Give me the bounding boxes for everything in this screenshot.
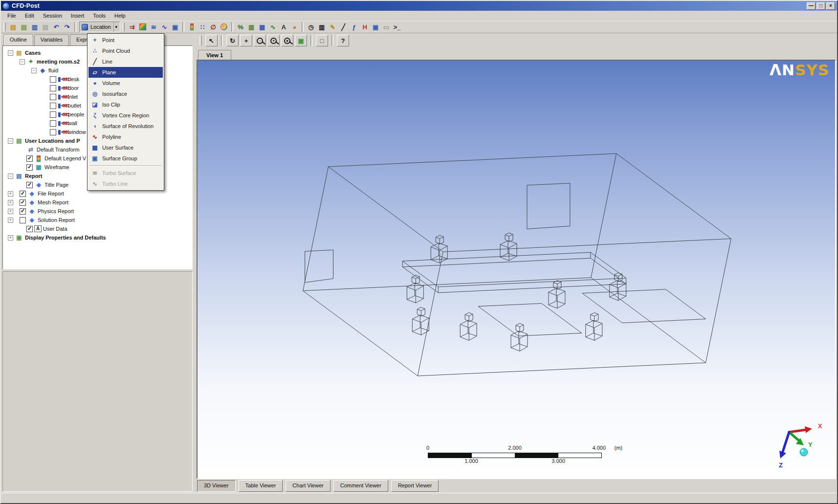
menu-help[interactable]: Help bbox=[110, 11, 130, 20]
visibility-checkbox[interactable] bbox=[20, 199, 26, 206]
rotate-button[interactable]: ↻ bbox=[226, 35, 239, 46]
chevron-down-icon[interactable]: ▾ bbox=[113, 22, 119, 32]
visibility-checkbox[interactable] bbox=[50, 129, 56, 135]
comment-button[interactable]: H bbox=[359, 22, 370, 32]
menu-session[interactable]: Session bbox=[39, 11, 66, 20]
print-button[interactable]: ▤ bbox=[40, 22, 51, 32]
expander-icon[interactable]: − bbox=[8, 50, 13, 56]
tab-table-viewer[interactable]: Table Viewer bbox=[239, 480, 283, 492]
legend-button[interactable] bbox=[186, 22, 197, 32]
expander-icon[interactable]: + bbox=[8, 218, 13, 223]
location-dropdown-button[interactable]: Location ▾ bbox=[79, 22, 120, 32]
undo-button[interactable]: ↶ bbox=[51, 22, 62, 32]
probe-help-button[interactable]: ? bbox=[337, 35, 349, 46]
menu-file[interactable]: File bbox=[3, 11, 21, 20]
animation-button[interactable]: ▥ bbox=[316, 22, 327, 32]
expander-icon[interactable] bbox=[43, 77, 48, 82]
3d-viewport[interactable]: ΛNSYS 0 2.000 4.000 (m) 1.000 3.000 bbox=[197, 60, 836, 479]
volume-rendering-button[interactable]: ▣ bbox=[170, 22, 180, 32]
visibility-checkbox[interactable] bbox=[26, 182, 33, 188]
expander-icon[interactable]: + bbox=[8, 200, 13, 205]
pan-button[interactable]: + bbox=[240, 35, 252, 46]
visibility-checkbox[interactable] bbox=[50, 120, 56, 127]
macro-button[interactable]: ▣ bbox=[370, 22, 381, 32]
visibility-checkbox[interactable] bbox=[26, 226, 33, 232]
toolbar-grip[interactable] bbox=[199, 36, 202, 45]
toolbar-grip[interactable] bbox=[122, 22, 125, 31]
expander-icon[interactable] bbox=[20, 165, 25, 170]
tab-3d-viewer[interactable]: 3D Viewer bbox=[197, 480, 236, 492]
maximize-button[interactable]: □ bbox=[816, 2, 825, 10]
expander-icon[interactable]: − bbox=[8, 138, 13, 144]
zoom-box-button[interactable]: ▫ bbox=[254, 35, 266, 46]
calculator-button[interactable]: ▦ bbox=[246, 22, 257, 32]
item-physics-report[interactable]: + ◈ Physics Report bbox=[4, 207, 192, 216]
fit-view-button[interactable]: ▣ bbox=[295, 35, 307, 46]
select-button[interactable]: ↖ bbox=[205, 35, 218, 46]
zoom-fit-button[interactable]: ● bbox=[281, 35, 293, 46]
save-picture-button[interactable]: ▥ bbox=[29, 22, 40, 32]
item-isosurface[interactable]: ◎ Isosurface bbox=[88, 88, 163, 99]
expander-icon[interactable] bbox=[43, 94, 48, 100]
vector-button[interactable]: ⇉ bbox=[127, 22, 137, 32]
particle-track-button[interactable]: ∿ bbox=[159, 22, 170, 32]
expander-icon[interactable] bbox=[20, 226, 25, 232]
visibility-checkbox[interactable] bbox=[50, 111, 56, 118]
visibility-checkbox[interactable] bbox=[50, 94, 56, 100]
point-cloud-toolbar-button[interactable]: ∷ bbox=[197, 22, 208, 32]
clip-plane-button[interactable]: ∅ bbox=[208, 22, 219, 32]
contour-button[interactable] bbox=[137, 22, 148, 32]
visibility-checkbox[interactable] bbox=[20, 191, 26, 197]
item-plane[interactable]: ▱ Plane bbox=[88, 67, 163, 78]
item-volume[interactable]: ● Volume bbox=[88, 78, 163, 88]
item-turbo-surface[interactable]: ≋ Turbo Surface bbox=[88, 168, 163, 178]
visibility-checkbox[interactable] bbox=[26, 155, 33, 162]
minimize-button[interactable]: — bbox=[807, 2, 816, 10]
expander-icon[interactable] bbox=[20, 182, 25, 188]
expander-icon[interactable] bbox=[43, 121, 48, 126]
close-button[interactable]: × bbox=[826, 2, 835, 10]
item-display-properties-and-defaults[interactable]: + ▣ Display Properties and Defaults bbox=[4, 233, 192, 242]
visibility-checkbox[interactable] bbox=[20, 208, 26, 215]
menu-edit[interactable]: Edit bbox=[21, 11, 39, 20]
expander-icon[interactable]: + bbox=[8, 209, 13, 214]
tab-comment-viewer[interactable]: Comment Viewer bbox=[333, 480, 388, 492]
save-state-button[interactable]: ▤ bbox=[19, 22, 29, 32]
colour-sphere-button[interactable] bbox=[219, 22, 229, 32]
text-label-button[interactable]: A bbox=[278, 22, 289, 32]
item-surface-of-revolution[interactable]: ◖ Surface of Revolution bbox=[88, 121, 163, 131]
expander-icon[interactable]: − bbox=[31, 68, 37, 73]
visibility-checkbox[interactable] bbox=[50, 85, 56, 91]
menu-tools[interactable]: Tools bbox=[88, 11, 110, 20]
menu-insert[interactable]: Insert bbox=[66, 11, 89, 20]
function-calculator-button[interactable]: ƒ bbox=[349, 22, 359, 32]
visibility-checkbox[interactable] bbox=[50, 103, 56, 109]
axis-triad[interactable]: X Y Z bbox=[757, 414, 836, 477]
visibility-checkbox[interactable] bbox=[50, 76, 56, 83]
item-line[interactable]: ╱ Line bbox=[88, 56, 163, 67]
load-results-button[interactable]: ▤ bbox=[8, 22, 19, 32]
visibility-checkbox[interactable] bbox=[26, 164, 33, 171]
tab-outline[interactable]: Outline bbox=[3, 34, 33, 45]
expression-button[interactable]: % bbox=[235, 22, 246, 32]
zoom-in-button[interactable]: + bbox=[267, 35, 280, 46]
expander-icon[interactable]: + bbox=[8, 191, 13, 197]
streamline-button[interactable]: ≋ bbox=[148, 22, 159, 32]
redo-button[interactable]: ↷ bbox=[62, 22, 72, 32]
print-report-button[interactable]: ▭ bbox=[381, 22, 392, 32]
visibility-checkbox[interactable] bbox=[20, 217, 26, 223]
expander-icon[interactable] bbox=[43, 86, 48, 91]
item-iso-clip[interactable]: ◪ Iso Clip bbox=[88, 99, 163, 110]
tab-report-viewer[interactable]: Report Viewer bbox=[391, 480, 439, 492]
view-1-tab[interactable]: View 1 bbox=[198, 50, 231, 60]
item-user-surface[interactable]: ▦ User Surface bbox=[88, 142, 163, 153]
expander-icon[interactable] bbox=[43, 112, 48, 117]
tab-variables[interactable]: Variables bbox=[34, 34, 69, 45]
report-template-button[interactable]: ◕ bbox=[289, 22, 300, 32]
timestep-button[interactable]: ◷ bbox=[306, 22, 316, 32]
table-button[interactable]: ▦ bbox=[257, 22, 267, 32]
item-turbo-line[interactable]: ∿ Turbo Line bbox=[88, 178, 163, 189]
item-polyline[interactable]: ∿ Polyline bbox=[88, 131, 163, 142]
expander-icon[interactable] bbox=[20, 156, 25, 161]
item-solution-report[interactable]: + ◈ Solution Report bbox=[4, 216, 192, 224]
